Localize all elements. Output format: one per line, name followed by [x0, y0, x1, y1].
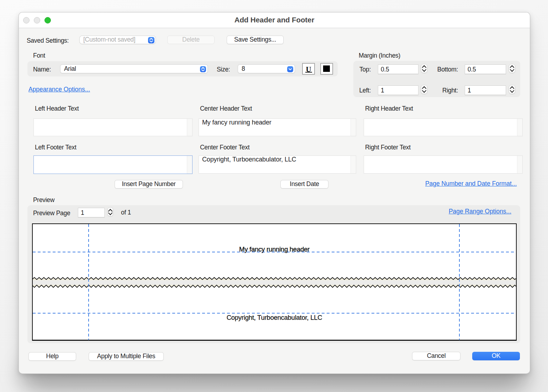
svg-text:Copyright, Turboencabulator, L: Copyright, Turboencabulator, LLC — [227, 314, 322, 321]
svg-text:My fancy running header: My fancy running header — [239, 245, 310, 253]
